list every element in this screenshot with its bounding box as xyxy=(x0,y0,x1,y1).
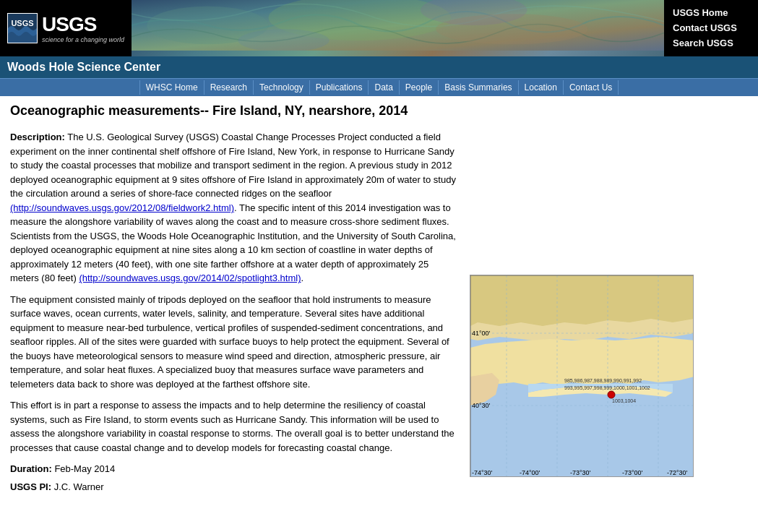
contact-usgs-link[interactable]: Contact USGS xyxy=(673,21,749,36)
nav-whsc-home[interactable]: WHSC Home xyxy=(139,80,204,95)
description-text3: . xyxy=(301,273,304,283)
svg-text:-73°00': -73°00' xyxy=(622,469,643,476)
duration-label: Duration: xyxy=(10,463,52,474)
nav-contact-us[interactable]: Contact Us xyxy=(564,80,619,95)
nav-people[interactable]: People xyxy=(400,80,439,95)
svg-text:985,986,987,988,989,990,991,99: 985,986,987,988,989,990,991,992 xyxy=(564,378,642,383)
navigation-bar: WHSC HomeResearchTechnologyPublicationsD… xyxy=(0,78,758,96)
svg-text:993,995,997,998,999,1000,1001,: 993,995,997,998,999,1000,1001,1002 xyxy=(564,385,650,390)
map-container: 985,986,987,988,989,990,991,992 993,995,… xyxy=(470,275,694,477)
response-para: This effort is in part a response to ass… xyxy=(10,398,458,455)
site-title-bar: Woods Hole Science Center xyxy=(0,56,758,78)
description-para1: Description: The U.S. Geological Survey … xyxy=(10,130,458,286)
description-text2: . The specific intent of this 2014 inves… xyxy=(10,202,456,284)
nav-research[interactable]: Research xyxy=(204,80,254,95)
pi-label: USGS PI: xyxy=(10,481,51,492)
nav-data[interactable]: Data xyxy=(369,80,399,95)
map-column: 985,986,987,988,989,990,991,992 993,995,… xyxy=(470,130,694,498)
search-usgs-link[interactable]: Search USGS xyxy=(673,36,749,51)
nav-location[interactable]: Location xyxy=(519,80,564,95)
site-title: Woods Hole Science Center xyxy=(7,61,160,73)
text-column: Description: The U.S. Geological Survey … xyxy=(10,130,458,498)
svg-text:USGS: USGS xyxy=(11,19,33,27)
pi-line: USGS PI: J.C. Warner xyxy=(10,480,458,495)
logo-text: USGS science for a changing world xyxy=(42,13,124,43)
svg-text:-74°30': -74°30' xyxy=(472,469,493,476)
svg-text:40°30': 40°30' xyxy=(472,402,491,409)
page-title: Oceanographic measurements-- Fire Island… xyxy=(10,103,748,119)
header-banner xyxy=(132,0,664,56)
svg-text:1003,1004: 1003,1004 xyxy=(612,398,636,403)
logo-area: USGS USGS science for a changing world xyxy=(0,0,132,56)
link1[interactable]: (http://soundwaves.usgs.gov/2012/08/fiel… xyxy=(10,202,234,213)
duration-line: Duration: Feb-May 2014 xyxy=(10,462,458,477)
svg-marker-11 xyxy=(470,275,694,326)
equipment-para: The equipment consisted mainly of tripod… xyxy=(10,293,458,392)
content-area: Description: The U.S. Geological Survey … xyxy=(10,130,748,498)
meta-info: Duration: Feb-May 2014 USGS PI: J.C. War… xyxy=(10,462,458,495)
svg-point-18 xyxy=(608,391,615,398)
tagline: science for a changing world xyxy=(42,36,124,43)
nav-publications[interactable]: Publications xyxy=(310,80,369,95)
usgs-home-link[interactable]: USGS Home xyxy=(673,6,749,21)
svg-text:-72°30': -72°30' xyxy=(667,469,688,476)
pi-value: J.C. Warner xyxy=(51,481,103,492)
description-label: Description: xyxy=(10,132,65,142)
site-header: USGS USGS science for a changing world xyxy=(0,0,758,56)
link2[interactable]: (http://soundwaves.usgs.gov/2014/02/spot… xyxy=(79,273,301,283)
header-links: USGS Home Contact USGS Search USGS xyxy=(664,0,758,56)
main-content: Oceanographic measurements-- Fire Island… xyxy=(0,96,758,505)
nav-technology[interactable]: Technology xyxy=(254,80,310,95)
svg-text:41°00': 41°00' xyxy=(472,330,491,337)
svg-text:-74°00': -74°00' xyxy=(520,469,540,476)
usgs-logo: USGS xyxy=(7,13,38,43)
nav-basis-summaries[interactable]: Basis Summaries xyxy=(439,80,518,95)
description-text1: The U.S. Geological Survey (USGS) Coasta… xyxy=(10,132,456,199)
svg-text:-73°30': -73°30' xyxy=(570,469,591,476)
duration-value: Feb-May 2014 xyxy=(52,463,115,474)
